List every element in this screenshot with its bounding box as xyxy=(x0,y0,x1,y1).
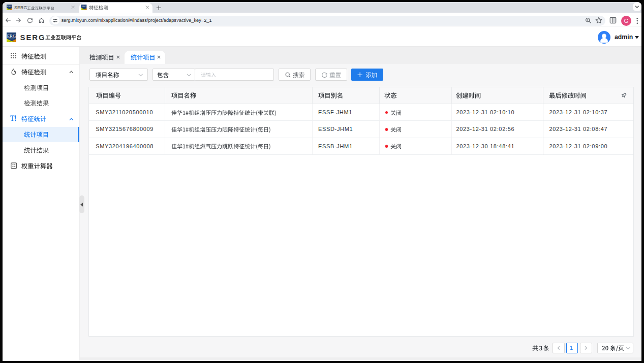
svg-text:ERG: ERG xyxy=(7,5,12,8)
svg-text:ERG: ERG xyxy=(7,34,16,39)
svg-text:ERG: ERG xyxy=(82,5,87,8)
